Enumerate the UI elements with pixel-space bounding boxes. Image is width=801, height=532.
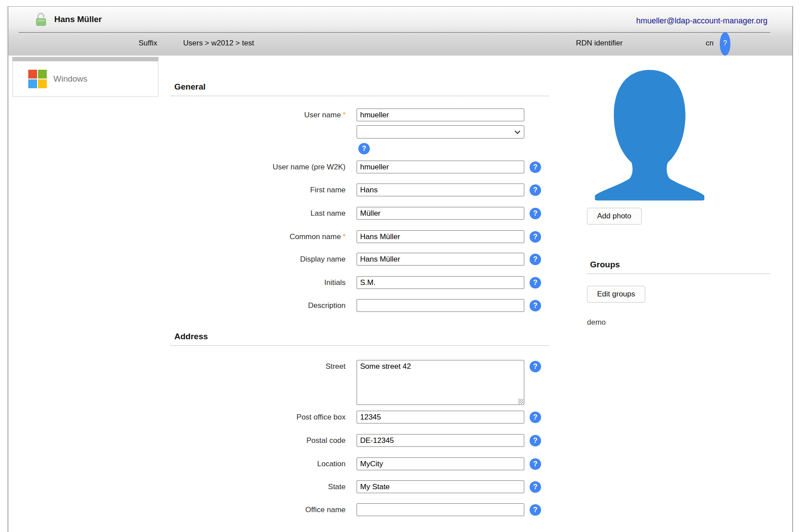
user-name-pre-w2k-help-icon[interactable]: ? — [530, 161, 541, 173]
title-row: Hans Müller hmueller@ldap-account-manage… — [8, 7, 792, 32]
rdn-identifier-label: RDN identifier — [576, 32, 623, 56]
office-name-label: Office name — [8, 503, 346, 517]
state-input[interactable] — [357, 480, 524, 493]
initials-input[interactable] — [357, 276, 524, 289]
section-address-heading: Address — [170, 332, 549, 346]
post-office-box-help-icon[interactable]: ? — [530, 412, 541, 423]
user-name-pre-w2k-input[interactable] — [357, 161, 524, 173]
field-row-street: Street Some street 42 ? — [8, 360, 551, 406]
field-row-description: Description ? — [8, 299, 551, 312]
post-office-box-input[interactable] — [357, 411, 524, 423]
field-row-initials: Initials ? — [8, 276, 551, 289]
street-help-icon[interactable]: ? — [530, 361, 541, 372]
suffix-bar: Suffix Users > w2012 > test RDN identifi… — [8, 32, 792, 56]
field-row-user-name-select — [8, 125, 551, 139]
display-name-help-icon[interactable]: ? — [530, 254, 541, 265]
field-row-post-office-box: Post office box ? — [8, 411, 551, 424]
page-title: Hans Müller — [54, 7, 102, 32]
display-name-label: Display name — [8, 253, 346, 266]
field-row-display-name: Display name ? — [8, 253, 551, 266]
required-mark: * — [341, 232, 346, 241]
active-tab-indicator — [12, 57, 158, 61]
last-name-label: Last name — [8, 207, 346, 220]
description-label: Description — [8, 299, 346, 312]
last-name-help-icon[interactable]: ? — [530, 208, 541, 219]
user-name-label: User name* — [8, 109, 346, 122]
postal-code-input[interactable] — [357, 434, 524, 447]
street-label: Street — [8, 360, 346, 373]
state-label: State — [8, 480, 346, 494]
description-input[interactable] — [357, 299, 524, 312]
windows-logo-icon — [28, 70, 47, 88]
rdn-identifier-value: cn — [706, 32, 714, 56]
group-member-demo: demo — [587, 318, 606, 327]
username-select[interactable] — [357, 125, 524, 139]
postal-code-label: Postal code — [8, 434, 346, 447]
first-name-help-icon[interactable]: ? — [530, 184, 541, 196]
field-row-state: State ? — [8, 480, 551, 494]
last-name-input[interactable] — [357, 207, 524, 220]
field-row-postal-code: Postal code ? — [8, 434, 551, 447]
initials-label: Initials — [8, 276, 346, 289]
field-row-last-name: Last name ? — [8, 207, 551, 220]
required-mark: * — [341, 111, 346, 119]
common-name-label: Common name* — [8, 230, 346, 244]
description-help-icon[interactable]: ? — [530, 300, 541, 311]
field-row-user-name-help: ? — [8, 143, 551, 156]
display-name-input[interactable] — [357, 253, 524, 266]
field-row-user-name-pre-w2k: User name (pre W2K) ? — [8, 161, 551, 174]
location-input[interactable] — [357, 457, 524, 470]
first-name-label: First name — [8, 184, 346, 197]
textarea-resize-grip[interactable] — [518, 399, 523, 404]
first-name-input[interactable] — [357, 184, 524, 196]
header: Hans Müller hmueller@ldap-account-manage… — [8, 7, 792, 56]
location-help-icon[interactable]: ? — [530, 458, 541, 470]
common-name-input[interactable] — [357, 230, 524, 243]
suffix-label: Suffix — [139, 32, 157, 56]
groups-heading: Groups — [587, 260, 770, 274]
user-name-help-icon[interactable]: ? — [358, 143, 370, 154]
account-email-link[interactable]: hmueller@ldap-account-manager.org — [636, 7, 767, 35]
unlocked-padlock-icon — [35, 12, 47, 28]
account-editor-window: Hans Müller hmueller@ldap-account-manage… — [8, 6, 793, 532]
chevron-down-icon — [515, 128, 520, 134]
tab-windows-label: Windows — [53, 74, 87, 84]
user-name-input[interactable] — [357, 109, 524, 121]
field-row-common-name: Common name* ? — [8, 230, 551, 244]
section-general-heading: General — [170, 82, 549, 96]
common-name-help-icon[interactable]: ? — [530, 231, 541, 243]
office-name-help-icon[interactable]: ? — [530, 504, 541, 516]
initials-help-icon[interactable]: ? — [530, 277, 541, 288]
tab-windows[interactable]: Windows — [12, 61, 158, 97]
postal-code-help-icon[interactable]: ? — [530, 435, 541, 446]
add-photo-button[interactable]: Add photo — [587, 208, 642, 225]
rdn-help-icon[interactable]: ? — [720, 32, 730, 56]
field-row-user-name: User name* — [8, 109, 551, 122]
field-row-location: Location ? — [8, 457, 551, 471]
office-name-input[interactable] — [357, 503, 524, 516]
location-label: Location — [8, 457, 346, 471]
user-avatar-placeholder-icon — [590, 67, 709, 201]
edit-groups-button[interactable]: Edit groups — [587, 286, 645, 303]
street-textarea[interactable]: Some street 42 — [357, 360, 524, 405]
post-office-box-label: Post office box — [8, 411, 346, 424]
field-row-office-name: Office name ? — [8, 503, 551, 517]
field-row-first-name: First name ? — [8, 184, 551, 197]
user-name-pre-w2k-label: User name (pre W2K) — [8, 161, 346, 174]
suffix-value: Users > w2012 > test — [183, 32, 254, 56]
state-help-icon[interactable]: ? — [530, 481, 541, 493]
